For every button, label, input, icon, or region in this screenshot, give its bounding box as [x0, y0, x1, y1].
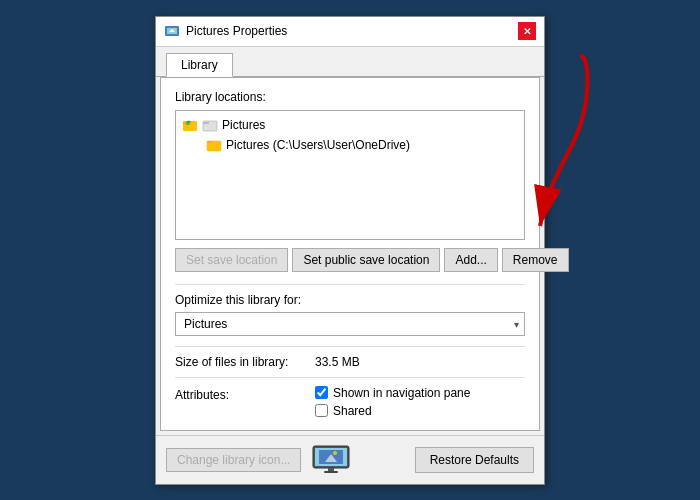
tree-item-onedrive[interactable]: Pictures (C:\Users\User\OneDrive)	[204, 135, 520, 155]
svg-rect-16	[328, 468, 334, 471]
add-button[interactable]: Add...	[444, 248, 497, 272]
library-tree[interactable]: Pictures Pictures (C:\Users\User\OneDriv…	[175, 110, 525, 240]
title-bar: Pictures Properties ✕	[156, 17, 544, 47]
svg-rect-17	[324, 471, 338, 473]
close-button[interactable]: ✕	[518, 22, 536, 40]
properties-dialog: Pictures Properties ✕ Library Library lo…	[155, 16, 545, 485]
dialog-content: Library locations: Pictures	[160, 77, 540, 431]
set-public-save-location-button[interactable]: Set public save location	[292, 248, 440, 272]
size-row: Size of files in library: 33.5 MB	[175, 355, 525, 369]
svg-rect-8	[203, 122, 209, 124]
shared-checkbox[interactable]	[315, 404, 328, 417]
tab-bar: Library	[156, 47, 544, 77]
shown-in-nav-row: Shown in navigation pane	[315, 386, 470, 400]
folder-icon	[202, 117, 218, 133]
attributes-section: Attributes: Shown in navigation pane Sha…	[175, 386, 525, 418]
change-library-icon-button[interactable]: Change library icon...	[166, 448, 301, 472]
tab-library[interactable]: Library	[166, 53, 233, 77]
button-row: Set save location Set public save locati…	[175, 248, 525, 272]
shared-label: Shared	[333, 404, 372, 418]
size-label: Size of files in library:	[175, 355, 315, 369]
remove-button[interactable]: Remove	[502, 248, 569, 272]
divider-3	[175, 377, 525, 378]
title-bar-left: Pictures Properties	[164, 23, 287, 39]
bottom-bar: Change library icon... Restore Defaults	[156, 435, 544, 484]
svg-point-15	[333, 451, 337, 455]
svg-rect-10	[207, 141, 212, 143]
dialog-icon	[164, 23, 180, 39]
pictures-icon	[182, 117, 198, 133]
locations-label: Library locations:	[175, 90, 525, 104]
tree-item-label-onedrive: Pictures (C:\Users\User\OneDrive)	[226, 138, 410, 152]
set-save-location-button[interactable]: Set save location	[175, 248, 288, 272]
tree-item-pictures[interactable]: Pictures	[180, 115, 520, 135]
shared-row: Shared	[315, 404, 470, 418]
bottom-left: Change library icon...	[166, 444, 351, 476]
svg-point-3	[173, 29, 175, 31]
restore-defaults-button[interactable]: Restore Defaults	[415, 447, 534, 473]
divider-1	[175, 284, 525, 285]
onedrive-folder-icon	[206, 137, 222, 153]
optimize-label: Optimize this library for:	[175, 293, 525, 307]
monitor-icon	[311, 444, 351, 476]
tree-item-label-pictures: Pictures	[222, 118, 265, 132]
attributes-label: Attributes:	[175, 386, 315, 402]
optimize-select[interactable]: General items Documents Music Pictures V…	[175, 312, 525, 336]
shown-in-nav-checkbox[interactable]	[315, 386, 328, 399]
dialog-title: Pictures Properties	[186, 24, 287, 38]
size-value: 33.5 MB	[315, 355, 360, 369]
optimize-select-row: General items Documents Music Pictures V…	[175, 312, 525, 336]
divider-2	[175, 346, 525, 347]
shown-in-nav-label: Shown in navigation pane	[333, 386, 470, 400]
checkboxes: Shown in navigation pane Shared	[315, 386, 470, 418]
